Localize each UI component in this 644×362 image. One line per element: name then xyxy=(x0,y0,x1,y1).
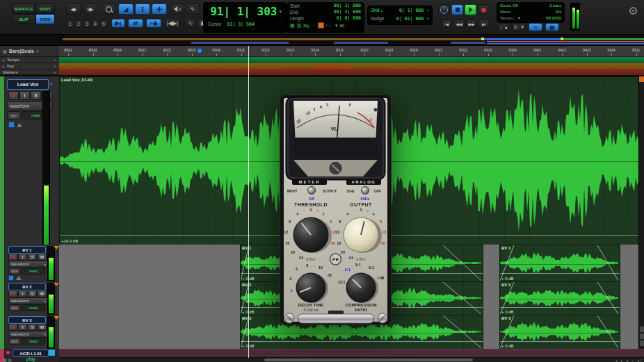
settings-gear-icon[interactable] xyxy=(629,7,637,15)
zoom-preset-1[interactable]: 1 xyxy=(66,19,74,28)
input-monitor-button[interactable]: I xyxy=(19,91,30,100)
input-monitor-button[interactable]: I xyxy=(18,324,27,331)
scroll-button-up[interactable] xyxy=(640,327,644,332)
solo-button[interactable]: S xyxy=(28,254,37,261)
track-view-selector[interactable]: waveform▾ xyxy=(8,297,49,304)
delay-compensation-indicator[interactable]: Dly xyxy=(303,24,309,28)
metronome-button[interactable]: ♩● xyxy=(498,23,509,31)
automation-mode-button[interactable]: read xyxy=(22,268,45,274)
automation-mode-button[interactable]: read xyxy=(22,338,45,345)
play-button[interactable] xyxy=(465,4,476,15)
fast-forward-button[interactable]: ▶▶ xyxy=(466,19,477,28)
mute-button[interactable]: M xyxy=(38,324,47,331)
key-lane[interactable]: Default: C major xyxy=(59,63,644,69)
scroll-button-resize[interactable] xyxy=(640,340,644,346)
track-header-bv2[interactable]: BV 2 I S M waveform▾ dyn read xyxy=(0,281,59,315)
track-header-bv3[interactable]: BV 3 I S M waveform▾ dyn read xyxy=(0,315,59,349)
audio-clip-bv1-b[interactable]: BV 1 + 0 dB xyxy=(499,245,620,283)
vertical-scrollbar[interactable] xyxy=(638,76,644,349)
dyn-button[interactable]: dyn xyxy=(7,111,21,120)
mute-button[interactable]: M xyxy=(38,254,47,261)
pencil-mini-icon[interactable]: ∕ xyxy=(326,23,327,28)
record-enable-button[interactable] xyxy=(8,324,17,331)
tempo-ruler-toggle[interactable]: ≈ xyxy=(529,23,542,31)
counter-dropdown-icon[interactable]: ▾ xyxy=(279,9,282,15)
record-enable-button[interactable] xyxy=(8,290,17,297)
return-to-zero-button[interactable]: |◀ xyxy=(441,19,452,28)
zoom-in-button[interactable]: ▪▶ xyxy=(83,3,98,15)
volume-automation-line[interactable] xyxy=(500,273,620,274)
transport-counters[interactable]: Count Off2 bars Meter4/4 Tempo ♩▾88.0000 xyxy=(497,2,565,23)
zoom-preset-3[interactable]: 3 xyxy=(83,19,91,28)
link-track-selection-button[interactable]: ≡◆ xyxy=(146,19,161,28)
zoom-out-button[interactable]: ◀▪ xyxy=(66,3,81,15)
input-monitor-button[interactable]: I xyxy=(18,290,27,297)
automation-mode-button[interactable]: read xyxy=(22,304,45,311)
rewind-button[interactable]: ◀◀ xyxy=(453,19,465,28)
zoom-preset-5[interactable]: 5 xyxy=(99,19,108,28)
track-lane-acid[interactable] xyxy=(59,349,644,358)
zoom-preset-4[interactable]: 4 xyxy=(91,19,99,28)
timeline-insertion-icon[interactable]: ▦ xyxy=(290,23,295,28)
track-menu-icon[interactable]: ▾ xyxy=(50,81,52,86)
timeline-ruler[interactable]: 89|289|389|490|190|290|390|491|191|291|3… xyxy=(59,46,644,57)
clip-warning-icon[interactable] xyxy=(54,246,59,249)
ruler-bars-beats[interactable]: ▦ Bars|Beats▾ xyxy=(0,46,59,57)
mute-button[interactable]: M xyxy=(38,290,47,297)
playback-marker[interactable] xyxy=(197,48,202,54)
scrubber-tool[interactable]: )) xyxy=(170,3,184,15)
audio-clip-bv3-b[interactable]: BV 3 + 0 dB xyxy=(499,315,620,350)
dyn-button[interactable]: dyn xyxy=(8,338,21,345)
dyn-button[interactable]: dyn xyxy=(8,268,21,274)
track-name-lead-vox[interactable]: Lead Vox xyxy=(7,79,49,90)
selection-display[interactable]: Start90| 3| 000 End90| 3| 000 Length0| 0… xyxy=(287,2,364,33)
track-view-selector[interactable]: waveform▾ xyxy=(8,261,49,268)
insertion-follows-playback-button[interactable]: |◀▶| xyxy=(164,19,181,28)
record-button[interactable] xyxy=(478,4,490,15)
warp-icon[interactable] xyxy=(17,123,22,127)
edit-mode-shuffle[interactable]: SHUFFLE xyxy=(12,3,35,14)
clip-warning-icon[interactable] xyxy=(54,316,59,320)
mirror-midi-button[interactable]: ∿ xyxy=(185,19,196,28)
scrollbar-thumb[interactable] xyxy=(264,359,473,361)
clip-indicator[interactable] xyxy=(318,22,324,28)
dyn-button[interactable]: dyn xyxy=(8,304,21,311)
track-name-bv3[interactable]: BV 3 xyxy=(8,316,46,324)
horizontal-scrollbar[interactable]: ◂ ▸ ≡ ▪ ◂| xyxy=(59,358,644,362)
record-enable-button[interactable] xyxy=(8,91,19,100)
grabber-tool[interactable]: ✛ xyxy=(152,3,167,15)
zoom-preset-2[interactable]: 2 xyxy=(74,19,83,28)
compressor-plugin-window[interactable]: 20 10 7 5 3 0 3 VU METER INPUT OUTPUT GR xyxy=(280,94,392,325)
midi-merge-button[interactable]: ▤ xyxy=(545,23,559,31)
ruler-key[interactable]: ▸Key+ xyxy=(0,63,59,69)
main-counter-display[interactable]: 91| 1| 303 ▾ Cursor 91| 3| 504 xyxy=(203,2,287,33)
edit-insertion-icon[interactable]: ▥ xyxy=(297,23,302,28)
ruler-markers[interactable]: Markers+ xyxy=(0,69,59,75)
link-timeline-selection-button[interactable]: ⇄ xyxy=(128,19,143,28)
selector-tool[interactable]: I xyxy=(135,3,150,15)
volume-automation-line[interactable] xyxy=(500,341,620,342)
markers-lane[interactable] xyxy=(59,69,644,75)
track-view-selector[interactable]: waveform▾ xyxy=(8,331,49,338)
record-enable-button[interactable] xyxy=(6,350,10,355)
track-header-acid[interactable]: ACID L1.01 ▦ ▤ play xyxy=(0,349,59,362)
tempo-lane[interactable] xyxy=(59,57,644,63)
ruler-tempo[interactable]: ▸Tempo+ xyxy=(0,57,59,63)
track-mini-icons[interactable]: ▦ ▤ xyxy=(3,357,12,362)
meter-switch-toggle[interactable] xyxy=(308,187,316,195)
volume-automation-line[interactable] xyxy=(500,307,620,308)
warp-icon[interactable] xyxy=(16,276,22,280)
track-name-bv2[interactable]: BV 2 xyxy=(8,283,46,290)
solo-button[interactable]: S xyxy=(31,91,41,100)
solo-button[interactable]: S xyxy=(28,324,37,331)
clip-indicator-corner[interactable] xyxy=(639,76,644,82)
scroll-button-down[interactable] xyxy=(640,334,644,339)
edit-mode-spot[interactable]: SPOT xyxy=(35,3,55,14)
clip-warning-icon[interactable] xyxy=(54,283,59,286)
edit-mode-grid[interactable]: GRID xyxy=(35,14,55,24)
note-value-icon[interactable]: ♩ ▾ xyxy=(329,23,337,28)
analog-switch-toggle[interactable] xyxy=(362,187,369,195)
edit-mode-slip[interactable]: SLIP xyxy=(12,14,35,24)
window-mini-buttons[interactable]: ◂ ▸ ≡ ▪ ◂| xyxy=(615,359,643,362)
track-name-bv1[interactable]: BV 1 xyxy=(8,246,46,254)
